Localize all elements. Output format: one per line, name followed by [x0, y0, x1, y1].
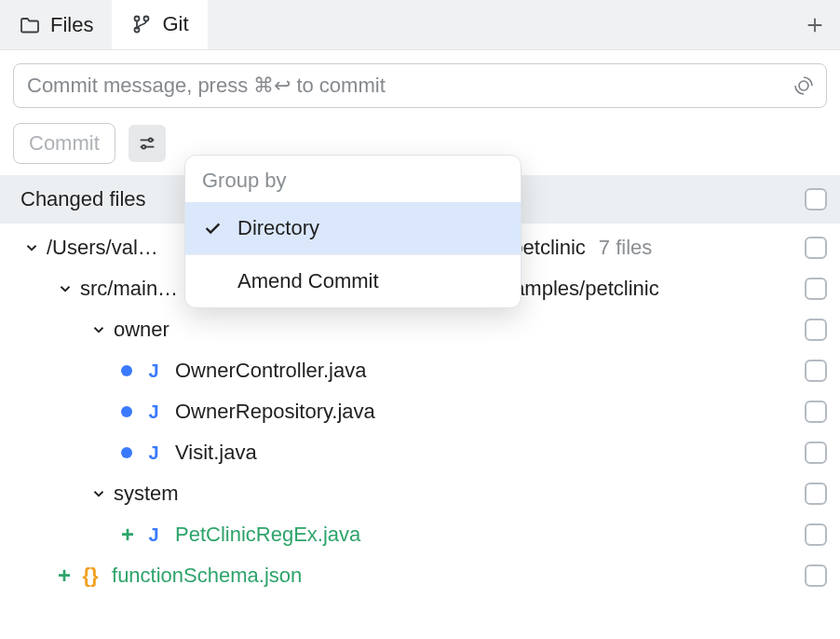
file-label: functionSchema.json — [112, 564, 302, 588]
checkbox-system[interactable] — [805, 483, 827, 505]
tab-git[interactable]: Git — [112, 0, 207, 49]
java-file-icon: J — [143, 442, 164, 463]
group-by-directory-item[interactable]: Directory — [185, 202, 521, 254]
git-branch-icon — [130, 13, 153, 35]
commit-message-input[interactable]: Commit message, press ⌘↩ to commit — [13, 63, 827, 108]
root-file-count: 7 files — [599, 236, 652, 260]
svg-point-4 — [149, 139, 153, 143]
svg-point-5 — [142, 145, 145, 149]
tree-row-system[interactable]: system — [0, 473, 840, 514]
group-by-directory-label: Directory — [237, 216, 319, 240]
file-label: OwnerController.java — [175, 359, 366, 383]
commit-placeholder: Commit message, press ⌘↩ to commit — [27, 74, 386, 98]
modified-dot-icon — [121, 447, 132, 458]
chevron-down-icon[interactable] — [56, 280, 75, 297]
ai-suggest-icon[interactable] — [793, 75, 815, 97]
src-path-end: amples/petclinic — [513, 277, 659, 301]
file-label: Visit.java — [175, 441, 257, 465]
tree-row-file[interactable]: J OwnerRepository.java — [0, 391, 840, 432]
system-label: system — [114, 482, 179, 506]
tree-row-file[interactable]: + {} functionSchema.json — [0, 555, 840, 596]
tree-row-owner[interactable]: owner — [0, 309, 840, 350]
commit-button[interactable]: Commit — [13, 123, 115, 164]
modified-dot-icon — [121, 406, 132, 417]
check-icon — [202, 218, 228, 238]
svg-point-0 — [135, 16, 140, 20]
amend-commit-label: Amend Commit — [237, 269, 379, 293]
chevron-down-icon[interactable] — [89, 485, 108, 502]
plus-icon — [805, 15, 825, 35]
group-by-title: Group by — [185, 156, 521, 202]
tree-row-file[interactable]: J Visit.java — [0, 432, 840, 473]
commit-options-popover: Group by Directory Amend Commit — [184, 155, 522, 308]
tab-files[interactable]: Files — [0, 0, 112, 49]
root-path-start: /Users/val… — [47, 236, 158, 260]
file-label: PetClinicRegEx.java — [175, 523, 360, 547]
folder-icon — [19, 14, 41, 36]
file-label: OwnerRepository.java — [175, 400, 375, 424]
checkbox-file[interactable] — [805, 360, 827, 382]
added-plus-icon: + — [58, 564, 71, 587]
checkbox-src[interactable] — [805, 278, 827, 300]
tab-files-label: Files — [50, 13, 93, 37]
checkbox-root[interactable] — [805, 237, 827, 259]
svg-point-3 — [799, 81, 808, 90]
tree-row-file[interactable]: J OwnerController.java — [0, 350, 840, 391]
src-path-start: src/main… — [80, 277, 178, 301]
java-file-icon: J — [143, 360, 164, 381]
modified-dot-icon — [121, 365, 132, 376]
tree-row-file[interactable]: + J PetClinicRegEx.java — [0, 514, 840, 555]
checkbox-file[interactable] — [805, 523, 827, 546]
commit-input-area: Commit message, press ⌘↩ to commit — [0, 50, 840, 117]
svg-point-1 — [144, 16, 149, 20]
checkbox-file[interactable] — [805, 564, 827, 587]
commit-options-button[interactable] — [129, 125, 166, 162]
checkbox-file[interactable] — [805, 401, 827, 423]
java-file-icon: J — [143, 524, 164, 545]
json-file-icon: {} — [80, 565, 101, 586]
tabs-spacer — [208, 0, 790, 49]
added-plus-icon: + — [121, 523, 134, 546]
owner-label: owner — [114, 318, 169, 342]
tabs-bar: Files Git — [0, 0, 840, 50]
checkbox-file[interactable] — [805, 442, 827, 464]
add-tab-button[interactable] — [790, 0, 840, 49]
tab-git-label: Git — [162, 12, 188, 36]
select-all-checkbox[interactable] — [805, 188, 827, 211]
chevron-down-icon[interactable] — [89, 321, 108, 338]
checkbox-owner[interactable] — [805, 319, 827, 341]
java-file-icon: J — [143, 401, 164, 422]
chevron-down-icon[interactable] — [22, 239, 41, 256]
amend-commit-item[interactable]: Amend Commit — [185, 255, 521, 307]
sliders-icon — [137, 133, 157, 154]
